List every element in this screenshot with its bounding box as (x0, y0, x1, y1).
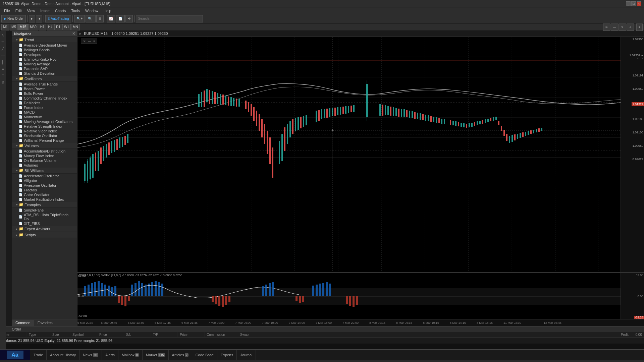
window-controls[interactable]: _ □ ✕ (626, 1, 641, 6)
crosshair-tool[interactable]: ✛ (1, 39, 4, 45)
nav-item-bb[interactable]: 📄 Bollinger Bands (12, 48, 77, 52)
nav-item-fractals[interactable]: 📄 Fractals (12, 188, 77, 192)
rsi-plot[interactable]: RSI(13,0,1,150) 3xStoc [21,8,0] -13.0000… (77, 273, 621, 319)
maximize-button[interactable]: □ (631, 1, 636, 6)
tooltip-close[interactable]: ✕ (83, 40, 86, 43)
navigator-close[interactable]: ✕ (72, 32, 75, 36)
nav-item-atr[interactable]: 📄 Average True Range (12, 82, 77, 86)
template-button[interactable]: 📄 (116, 15, 125, 22)
menu-help[interactable]: Help (101, 9, 114, 13)
timeframe-m30[interactable]: M30 (28, 24, 38, 31)
nav-item-atm[interactable]: 📄 ATM_RSI Histo TripleStoch Div (12, 213, 77, 221)
nav-item-stddev[interactable]: 📄 Standard Deviation (12, 71, 77, 76)
timeframe-h4[interactable]: H4 (47, 24, 54, 31)
nav-item-rsi[interactable]: 📄 Relative Strength Index (12, 124, 77, 129)
oscillators-group-header[interactable]: ▾ 📁 Oscillators (12, 76, 77, 82)
nav-item-macd[interactable]: 📄 MACD (12, 110, 77, 115)
nav-item-adm[interactable]: 📄 Average Directional Mover (12, 43, 77, 48)
menu-file[interactable]: File (1, 9, 13, 13)
fib-tool[interactable]: ≡ (2, 66, 4, 72)
search-input[interactable] (136, 15, 203, 22)
billwilliams-group-header[interactable]: ▾ 📁 Bill Williams (12, 168, 77, 174)
nav-item-ad[interactable]: 📄 Accumulation/Distribution (12, 149, 77, 154)
nav-item-simplepanel[interactable]: 📄 SimplePanel (12, 208, 77, 213)
nav-item-bulls[interactable]: 📄 Bulls Power (12, 91, 77, 96)
nav-item-rvi[interactable]: 📄 Relative Vigor Index (12, 129, 77, 133)
menu-charts[interactable]: Charts (52, 9, 68, 13)
nav-item-ao[interactable]: 📄 Awesome Oscillator (12, 183, 77, 188)
new-order-button[interactable]: ▶ New Order (1, 15, 26, 22)
vline-tool[interactable]: │ (2, 59, 4, 65)
hline-tool[interactable]: — (1, 52, 5, 58)
nav-item-ma[interactable]: 📄 Moving Average (12, 62, 77, 66)
nav-item-wpr[interactable]: 📄 Williams' Percent Range (12, 138, 77, 143)
menu-view[interactable]: View (24, 9, 38, 13)
line-tool[interactable]: ╱ (2, 46, 4, 52)
tooltip-min[interactable]: — (88, 40, 91, 43)
nav-item-force[interactable]: 📄 Force Index (12, 105, 77, 110)
terminal-tab-mailbox[interactable]: Mailbox8 (118, 350, 143, 360)
indicator-button[interactable]: 📈 (107, 15, 115, 22)
nav-item-alligator[interactable]: 📄 Alligator (12, 178, 77, 183)
zoom-tool[interactable]: ⊕ (1, 79, 4, 85)
nav-item-psar[interactable]: 📄 Parabolic SAR (12, 66, 77, 71)
nav-item-gator[interactable]: 📄 Gator Oscillator (12, 192, 77, 197)
timeframe-m5[interactable]: M5 (10, 24, 18, 31)
nav-tab-common[interactable]: Common (12, 320, 34, 326)
text-tool[interactable]: T (2, 72, 4, 78)
timeframe-w1[interactable]: W1 (62, 24, 71, 31)
menu-window[interactable]: Window (83, 9, 101, 13)
nav-item-ac[interactable]: 📄 Accelerator Oscillator (12, 174, 77, 178)
nav-item-momentum[interactable]: 📄 Momentum (12, 115, 77, 119)
terminal-tab-experts[interactable]: Experts (217, 350, 237, 360)
nav-item-demarker[interactable]: 📄 DeMarker (12, 101, 77, 105)
nav-item-mfi[interactable]: 📄 Money Flow Index (12, 154, 77, 158)
plus-cursor-button[interactable]: ✛ (627, 23, 634, 31)
nav-item-ichimoku[interactable]: 📄 Ichimoku Kinko Hyo (12, 57, 77, 62)
nav-item-env[interactable]: 📄 Envelopes (12, 52, 77, 57)
settings-button[interactable]: ≡ (636, 23, 643, 31)
timeframe-h1[interactable]: H1 (39, 24, 46, 31)
zoom-fit-button[interactable]: ⊞ (96, 15, 104, 22)
cursor-button[interactable]: ↖ (619, 23, 626, 31)
nav-item-stoch[interactable]: 📄 Stochastic Oscillator (12, 133, 77, 138)
terminal-tab-journal[interactable]: Journal (237, 350, 256, 360)
terminal-tab-market[interactable]: Market115 (143, 350, 169, 360)
line-tool-button[interactable]: — (611, 23, 619, 31)
nav-tab-favorites[interactable]: Favorites (34, 320, 56, 326)
nav-item-obv[interactable]: 📄 On Balance Volume (12, 158, 77, 163)
terminal-tab-trade[interactable]: Trade (30, 350, 47, 360)
scripts-group-header[interactable]: ▸ 📁 Scripts (12, 232, 77, 238)
timeframe-d1[interactable]: D1 (54, 24, 62, 31)
trend-group-header[interactable]: ▾ 📁 Trend (12, 37, 77, 43)
menu-insert[interactable]: Insert (38, 9, 52, 13)
zoom-out-button[interactable]: 🔍- (86, 15, 95, 22)
terminal-tab-codebase[interactable]: Code Base (192, 350, 217, 360)
chart-plots[interactable]: ✕ — ≡ (77, 37, 621, 272)
pointer-tool[interactable]: ↖ (1, 32, 4, 38)
minimize-button[interactable]: _ (626, 1, 631, 6)
menu-tools[interactable]: Tools (68, 9, 83, 13)
nav-item-osma[interactable]: 📄 Moving Average of Oscillators (12, 119, 77, 124)
auto-trading-button[interactable]: ⚙ AutoTrading (45, 15, 71, 22)
timeframe-m15[interactable]: M15 (18, 24, 28, 31)
timeframe-mn[interactable]: MN (71, 24, 80, 31)
terminal-tab-articles[interactable]: Articles2 (169, 350, 192, 360)
zoom-in-button[interactable]: 🔍+ (74, 15, 85, 22)
examples-group-header[interactable]: ▾ 📁 Examples (12, 202, 77, 208)
terminal-tab-history[interactable]: Account History (47, 350, 79, 360)
menu-edit[interactable]: Edit (13, 9, 24, 13)
nav-item-bears[interactable]: 📄 Bears Power (12, 86, 77, 91)
nav-item-xitfibs[interactable]: 📄 XIT_FIBS (12, 221, 77, 226)
sell-button[interactable]: ◂ (36, 15, 42, 22)
volumes-group-header[interactable]: ▾ 📁 Volumes (12, 143, 77, 149)
buy-button[interactable]: ▸ (29, 15, 35, 22)
nav-item-cci[interactable]: 📄 Commodity Channel Index (12, 96, 77, 101)
drawing-tool-button[interactable]: ✏ (603, 23, 610, 31)
tooltip-settings[interactable]: ≡ (93, 40, 95, 43)
close-button[interactable]: ✕ (637, 1, 641, 6)
crosshair-button[interactable]: ✛ (125, 15, 133, 22)
terminal-tab-news[interactable]: News93 (79, 350, 102, 360)
timeframe-m1[interactable]: M1 (1, 24, 9, 31)
nav-item-mfi-bw[interactable]: 📄 Market Facilitation Index (12, 197, 77, 202)
